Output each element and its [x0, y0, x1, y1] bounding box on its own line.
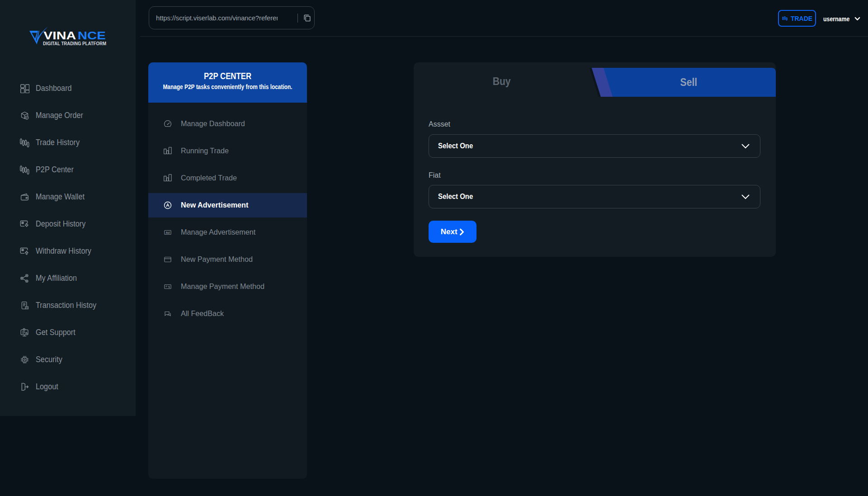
- svg-text:Ad: Ad: [166, 231, 170, 234]
- svg-text:VINA: VINA: [43, 30, 76, 42]
- svg-text:NCE: NCE: [78, 30, 106, 42]
- svg-text:DIGITAL TRADING PLATFORM: DIGITAL TRADING PLATFORM: [43, 41, 106, 46]
